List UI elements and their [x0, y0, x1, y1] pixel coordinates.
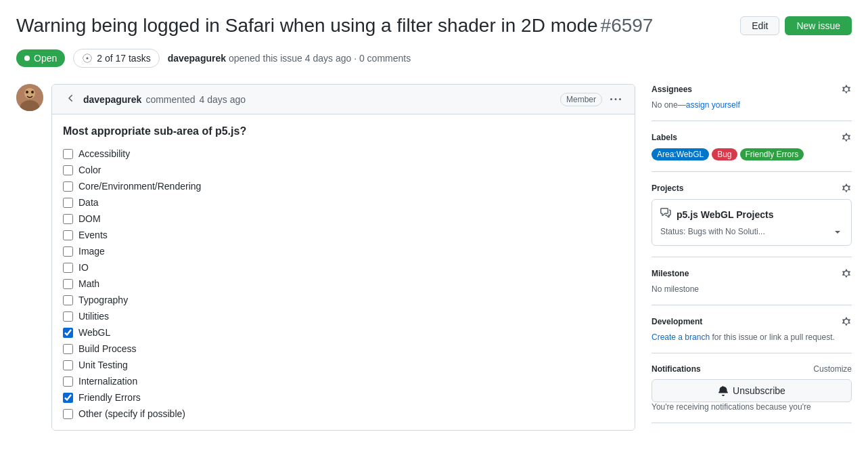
checkbox-15[interactable]	[63, 393, 73, 403]
checkbox-16[interactable]	[63, 409, 73, 419]
checkbox-label: Events	[78, 230, 108, 240]
issue-author: davepagurek	[168, 53, 226, 64]
milestone-title: Milestone	[652, 269, 689, 278]
checkbox-item: Other (specify if possible)	[63, 408, 624, 419]
checkbox-1[interactable]	[63, 165, 73, 175]
checkbox-11[interactable]	[63, 328, 73, 338]
checkbox-label: Data	[78, 197, 99, 208]
avatar	[16, 84, 43, 111]
project-status-dropdown[interactable]	[832, 226, 843, 237]
new-issue-button[interactable]: New issue	[785, 16, 852, 35]
comment-action: commented	[145, 94, 195, 105]
checkbox-item: Build Process	[63, 343, 624, 354]
issue-title: Warning being logged in Safari when usin…	[16, 15, 598, 36]
issue-number: #6597	[601, 15, 654, 36]
checkbox-item: DOM	[63, 213, 624, 224]
svg-point-4	[31, 91, 34, 93]
development-section: Development Create a branch for this iss…	[652, 305, 852, 353]
checkbox-12[interactable]	[63, 344, 73, 354]
checkbox-item: Internalization	[63, 376, 624, 387]
customize-link[interactable]: Customize	[813, 364, 852, 374]
checkbox-item: Color	[63, 165, 624, 175]
sidebar: Assignees No one—assign yourself Labels	[652, 84, 852, 431]
unsubscribe-label: Unsubscribe	[733, 385, 785, 396]
checkbox-label: WebGL	[78, 327, 110, 338]
issue-meta-text: davepagurek opened this issue 4 days ago…	[168, 53, 411, 64]
checkbox-item: Events	[63, 230, 624, 240]
checkbox-label: Utilities	[78, 311, 109, 322]
label-badge: Friendly Errors	[740, 148, 804, 160]
checkbox-6[interactable]	[63, 246, 73, 257]
label-badge: Area:WebGL	[652, 148, 709, 160]
prev-button[interactable]	[63, 90, 79, 108]
development-title: Development	[652, 317, 702, 326]
comment-author: davepagurek	[83, 94, 141, 105]
checkbox-item: WebGL	[63, 327, 624, 338]
labels-list: Area:WebGLBugFriendly Errors	[652, 148, 852, 160]
project-icon	[660, 208, 671, 221]
assignees-value: No one—assign yourself	[652, 100, 852, 110]
projects-section: Projects p5.js WebGL Pr	[652, 172, 852, 257]
checkbox-0[interactable]	[63, 149, 73, 159]
project-status-text: Status: Bugs with No Soluti...	[660, 227, 765, 236]
checkbox-label: Color	[78, 165, 101, 175]
checkbox-8[interactable]	[63, 279, 73, 289]
unsubscribe-button[interactable]: Unsubscribe	[652, 379, 852, 402]
checkbox-2[interactable]	[63, 181, 73, 192]
checkbox-4[interactable]	[63, 214, 73, 224]
checkbox-label: Image	[78, 246, 105, 257]
status-badge: Open	[16, 49, 65, 67]
bell-icon	[718, 385, 729, 396]
labels-gear-button[interactable]	[841, 132, 852, 143]
checkbox-3[interactable]	[63, 198, 73, 208]
milestone-value: No milestone	[652, 284, 852, 294]
development-value: Create a branch for this issue or link a…	[652, 332, 852, 342]
checkbox-item: Friendly Errors	[63, 392, 624, 403]
tasks-icon	[82, 53, 93, 64]
notifications-section: Notifications Customize Unsubscribe You'…	[652, 353, 852, 423]
tasks-text: 2 of 17 tasks	[97, 53, 150, 64]
milestone-section: Milestone No milestone	[652, 257, 852, 305]
checkbox-item: Accessibility	[63, 148, 624, 159]
edit-button[interactable]: Edit	[740, 16, 779, 35]
more-options-button[interactable]	[608, 91, 624, 108]
labels-section: Labels Area:WebGLBugFriendly Errors	[652, 121, 852, 172]
checkbox-list: AccessibilityColorCore/Environment/Rende…	[63, 148, 624, 419]
comment-header: davepagurek commented 4 days ago Member	[52, 85, 635, 114]
assign-yourself-link[interactable]: assign yourself	[686, 100, 740, 110]
projects-gear-button[interactable]	[841, 183, 852, 194]
checkbox-label: Typography	[78, 295, 128, 305]
checkbox-item: Math	[63, 278, 624, 289]
checkbox-label: Unit Testing	[78, 360, 128, 370]
checkbox-label: Other (specify if possible)	[78, 408, 185, 419]
tasks-badge[interactable]: 2 of 17 tasks	[73, 49, 159, 68]
notifications-title: Notifications	[652, 364, 701, 374]
project-name: p5.js WebGL Projects	[677, 209, 773, 220]
assignees-title: Assignees	[652, 85, 692, 94]
checkbox-5[interactable]	[63, 230, 73, 240]
checkbox-10[interactable]	[63, 311, 73, 322]
svg-point-3	[26, 91, 28, 93]
checkbox-14[interactable]	[63, 376, 73, 387]
label-badge: Bug	[712, 148, 737, 160]
notifications-info: You're receiving notifications because y…	[652, 402, 852, 412]
checkbox-label: Core/Environment/Rendering	[78, 181, 201, 192]
checkbox-13[interactable]	[63, 360, 73, 370]
issue-body: davepagurek commented 4 days ago Member	[16, 84, 635, 431]
checkbox-9[interactable]	[63, 295, 73, 305]
assignees-gear-button[interactable]	[841, 84, 852, 95]
checkbox-item: Unit Testing	[63, 360, 624, 370]
project-card: p5.js WebGL Projects Status: Bugs with N…	[652, 199, 852, 246]
status-text: Open	[34, 53, 57, 64]
checkbox-label: Build Process	[78, 343, 137, 354]
member-badge: Member	[560, 93, 602, 106]
development-gear-button[interactable]	[841, 316, 852, 327]
create-branch-link[interactable]: Create a branch	[652, 332, 710, 342]
comment-time: 4 days ago	[200, 94, 246, 105]
checkbox-label: Friendly Errors	[78, 392, 141, 403]
checkbox-7[interactable]	[63, 263, 73, 273]
comment-body: Most appropriate sub-area of p5.js? Acce…	[52, 114, 635, 430]
milestone-gear-button[interactable]	[841, 268, 852, 279]
checkbox-label: Internalization	[78, 376, 137, 387]
comment-box: davepagurek commented 4 days ago Member	[51, 84, 635, 431]
